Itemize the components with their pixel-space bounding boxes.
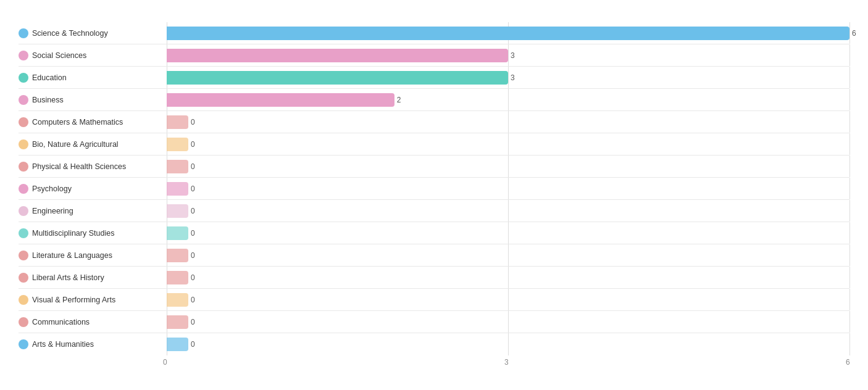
- pill-dot: [19, 117, 28, 127]
- label-pill: Bio, Nature & Agricultural: [19, 139, 167, 149]
- pill-dot: [19, 206, 28, 216]
- grid-line: [508, 44, 509, 66]
- bar: [167, 115, 188, 129]
- pill-dot: [19, 51, 28, 60]
- grid-line: [849, 156, 850, 177]
- grid-line: [508, 222, 509, 244]
- label-pill: Physical & Health Sciences: [19, 162, 167, 172]
- pill-dot: [19, 28, 28, 38]
- pill-dot: [19, 184, 28, 194]
- grid-line: [508, 311, 509, 333]
- grid-line: [849, 333, 850, 355]
- label-pill: Social Sciences: [19, 51, 167, 60]
- grid-line: [849, 311, 850, 333]
- pill-dot: [19, 295, 28, 305]
- label-pill: Business: [19, 95, 167, 105]
- grid-line: [508, 178, 509, 199]
- label-pill: Psychology: [19, 184, 167, 194]
- grid-line: [849, 22, 850, 44]
- bar: [167, 271, 188, 284]
- bar-container: 3: [167, 44, 849, 66]
- grid-line: [508, 244, 509, 266]
- bar-row: Arts & Humanities0: [19, 333, 849, 355]
- chart-area: Science & Technology6Social Sciences3Edu…: [19, 22, 849, 355]
- bar-container: 0: [167, 244, 849, 266]
- bar-container: 2: [167, 89, 849, 110]
- grid-line: [508, 289, 509, 310]
- pill-dot: [19, 228, 28, 238]
- bar-value-label: 6: [852, 29, 856, 38]
- pill-dot: [19, 251, 28, 260]
- bar-label: Business: [32, 96, 64, 104]
- label-pill: Arts & Humanities: [19, 339, 167, 349]
- bar-value-label: 3: [511, 51, 515, 60]
- grid-line: [849, 222, 850, 244]
- pill-dot: [19, 317, 28, 327]
- bar-value-label: 0: [191, 273, 195, 282]
- bar-value-label: 0: [191, 162, 195, 171]
- grid-line: [508, 267, 509, 288]
- pill-dot: [19, 73, 28, 83]
- bar: [167, 182, 188, 196]
- grid-line: [508, 133, 509, 155]
- bar-label: Visual & Performing Arts: [32, 296, 115, 304]
- bar-container: 0: [167, 156, 849, 177]
- bar-label: Arts & Humanities: [32, 340, 94, 349]
- label-pill: Visual & Performing Arts: [19, 295, 167, 305]
- bar: [167, 293, 188, 307]
- x-axis-tick: 3: [504, 358, 509, 367]
- bar-container: 0: [167, 333, 849, 355]
- grid-line: [849, 67, 850, 88]
- pill-dot: [19, 139, 28, 149]
- pill-dot: [19, 162, 28, 172]
- grid-line: [849, 178, 850, 199]
- grid-line: [849, 133, 850, 155]
- pill-dot: [19, 339, 28, 349]
- label-pill: Engineering: [19, 206, 167, 216]
- grid-line: [508, 200, 509, 222]
- bar-row: Social Sciences3: [19, 44, 849, 67]
- bar: [167, 27, 849, 40]
- bar-value-label: 0: [191, 340, 195, 349]
- bar-container: 0: [167, 222, 849, 244]
- bar-row: Liberal Arts & History0: [19, 267, 849, 289]
- page-wrapper: Science & Technology6Social Sciences3Edu…: [19, 12, 849, 370]
- bar-value-label: 0: [191, 296, 195, 304]
- bar-label: Social Sciences: [32, 51, 86, 60]
- bar-label: Multidisciplinary Studies: [32, 229, 114, 238]
- bar-container: 3: [167, 67, 849, 88]
- grid-line: [508, 156, 509, 177]
- bar: [167, 338, 188, 351]
- bar-container: 6: [167, 22, 849, 44]
- bar-row: Communications0: [19, 311, 849, 333]
- label-pill: Science & Technology: [19, 28, 167, 38]
- bar-label: Liberal Arts & History: [32, 273, 104, 282]
- bar-container: 0: [167, 267, 849, 288]
- label-pill: Liberal Arts & History: [19, 273, 167, 283]
- bar-container: 0: [167, 111, 849, 133]
- x-axis: 036: [167, 355, 849, 370]
- bar-value-label: 0: [191, 318, 195, 326]
- bar-row: Business2: [19, 89, 849, 111]
- bar-value-label: 0: [191, 251, 195, 260]
- bar-row: Bio, Nature & Agricultural0: [19, 133, 849, 156]
- bar: [167, 138, 188, 151]
- bar-row: Education3: [19, 67, 849, 89]
- label-pill: Multidisciplinary Studies: [19, 228, 167, 238]
- bar-value-label: 0: [191, 185, 195, 193]
- bar-container: 0: [167, 200, 849, 222]
- label-pill: Literature & Languages: [19, 251, 167, 260]
- bar-value-label: 3: [511, 73, 515, 82]
- bar-container: 0: [167, 311, 849, 333]
- bar: [167, 93, 394, 107]
- x-axis-tick: 0: [163, 358, 167, 367]
- bar-label: Bio, Nature & Agricultural: [32, 140, 119, 149]
- grid-line: [508, 111, 509, 133]
- bar-container: 0: [167, 289, 849, 310]
- bar-label: Psychology: [32, 185, 72, 193]
- bar: [167, 315, 188, 329]
- bar-label: Engineering: [32, 207, 73, 215]
- grid-line: [849, 244, 850, 266]
- grid-line: [849, 289, 850, 310]
- pill-dot: [19, 273, 28, 283]
